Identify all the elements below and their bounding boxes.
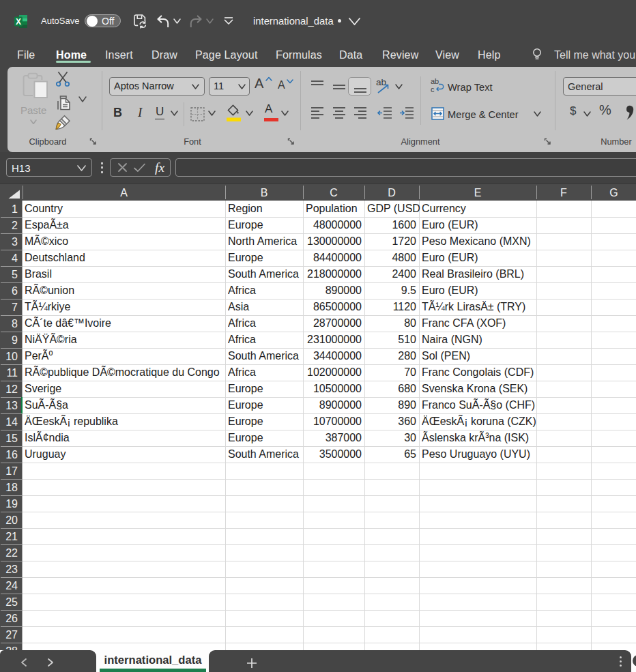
svg-text:X: X xyxy=(16,17,21,27)
svg-text:ab: ab xyxy=(431,78,439,85)
svg-text:c: c xyxy=(431,85,435,93)
